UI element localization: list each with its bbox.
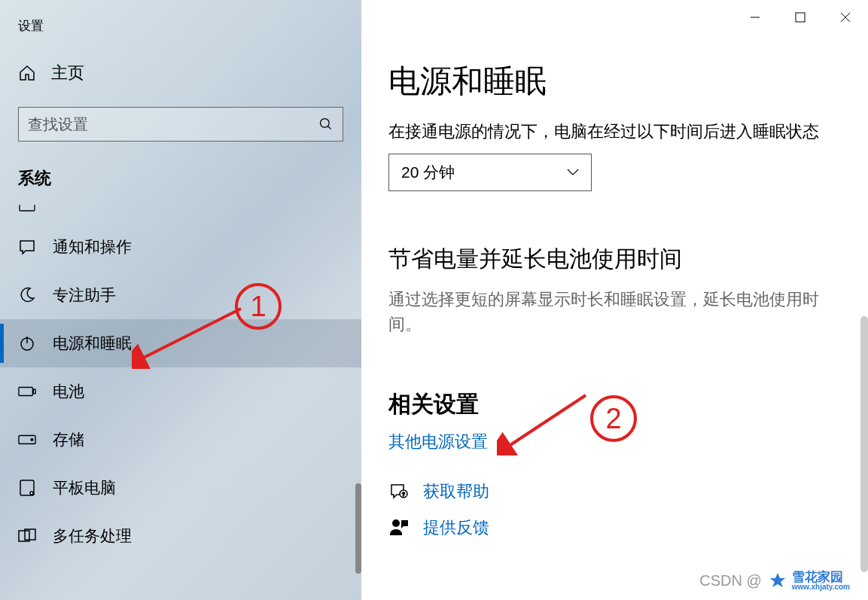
sidebar-category: 系统: [0, 160, 361, 205]
svg-point-0: [321, 119, 330, 128]
power-icon: [18, 334, 36, 352]
svg-line-1: [328, 126, 331, 129]
svg-rect-2: [20, 205, 35, 211]
message-icon: [18, 238, 36, 256]
sidebar-home[interactable]: 主页: [0, 53, 361, 93]
svg-point-19: [392, 519, 400, 527]
svg-point-10: [30, 492, 33, 495]
feedback-icon: [388, 517, 410, 538]
sidebar-item-label: 多任务处理: [53, 525, 132, 547]
chevron-down-icon: [567, 169, 579, 176]
sidebar-home-label: 主页: [51, 62, 84, 84]
dropdown-value: 20 分钟: [401, 162, 455, 183]
sidebar-item-label: 电池: [53, 381, 84, 402]
svg-rect-6: [33, 389, 35, 394]
sidebar-item-battery[interactable]: 电池: [0, 367, 361, 416]
sidebar-item-label: 存储: [53, 429, 84, 450]
sidebar-item-multitasking[interactable]: 多任务处理: [0, 512, 361, 547]
main-content: 电源和睡眠 在接通电源的情况下，电脑在经过以下时间后进入睡眠状态 20 分钟 节…: [361, 0, 868, 600]
save-power-title: 节省电量并延长电池使用时间: [388, 244, 841, 275]
sidebar-scrollbar[interactable]: [355, 423, 361, 600]
sidebar-item-focus-assist[interactable]: 专注助手: [0, 271, 361, 319]
search-box[interactable]: [18, 107, 343, 142]
tablet-icon: [18, 479, 36, 497]
sidebar: 设置 主页 系统: [0, 0, 361, 600]
get-help-link[interactable]: 获取帮助: [423, 480, 489, 503]
close-button[interactable]: [823, 0, 868, 35]
sidebar-item-label: 电源和睡眠: [53, 333, 132, 354]
svg-rect-5: [19, 387, 32, 395]
home-icon: [18, 64, 36, 82]
sidebar-item-tablet[interactable]: 平板电脑: [0, 464, 361, 512]
storage-icon: [18, 431, 36, 449]
window-title: 设置: [0, 11, 361, 53]
watermark: CSDN @ 雪花家园 www.xhjaty.com: [699, 571, 850, 591]
svg-rect-14: [796, 13, 805, 22]
svg-text:?: ?: [402, 492, 405, 497]
svg-point-8: [31, 439, 33, 441]
sidebar-item-storage[interactable]: 存储: [0, 416, 361, 464]
sidebar-item-partial[interactable]: [0, 205, 361, 223]
maximize-button[interactable]: [778, 0, 823, 35]
help-icon: ?: [388, 481, 410, 502]
additional-power-settings-link[interactable]: 其他电源设置: [388, 431, 488, 453]
sidebar-item-notifications[interactable]: 通知和操作: [0, 223, 361, 271]
multitask-icon: [18, 527, 36, 545]
search-input[interactable]: [28, 116, 318, 133]
sidebar-item-power-sleep[interactable]: 电源和睡眠: [0, 319, 361, 367]
sleep-dropdown[interactable]: 20 分钟: [388, 154, 592, 191]
main-scrollbar[interactable]: [860, 226, 868, 572]
page-title: 电源和睡眠: [388, 60, 841, 102]
sleep-label: 在接通电源的情况下，电脑在经过以下时间后进入睡眠状态: [388, 120, 841, 143]
sidebar-item-label: 专注助手: [53, 285, 116, 306]
sidebar-item-label: 平板电脑: [53, 477, 116, 498]
moon-icon: [18, 286, 36, 304]
display-icon: [18, 205, 36, 215]
give-feedback-link[interactable]: 提供反馈: [423, 516, 489, 539]
save-power-text: 通过选择更短的屏幕显示时长和睡眠设置，延长电池使用时间。: [388, 287, 840, 337]
minimize-button[interactable]: [732, 0, 778, 35]
battery-icon: [18, 382, 36, 401]
search-icon: [318, 117, 333, 132]
related-settings-title: 相关设置: [388, 389, 841, 420]
sidebar-item-label: 通知和操作: [53, 236, 132, 257]
